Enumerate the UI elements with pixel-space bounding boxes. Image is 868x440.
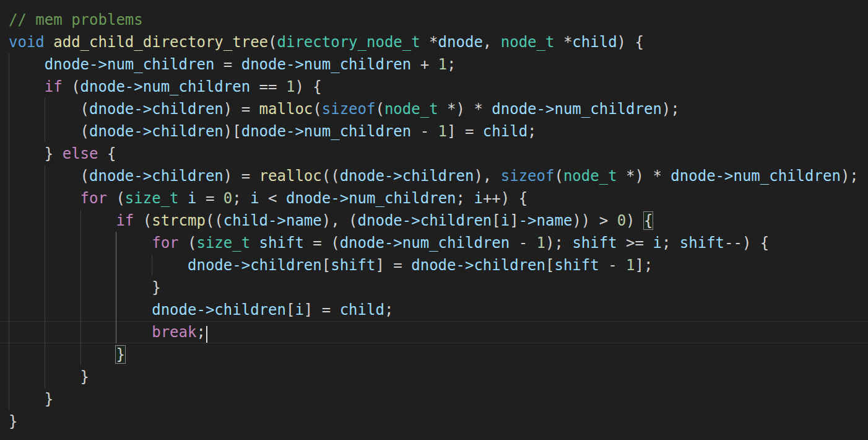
code-token: child: [572, 33, 617, 51]
bracket-match-highlight: }: [116, 346, 124, 363]
indent-guide: [9, 143, 9, 165]
indent-guide: [45, 187, 45, 209]
code-token: dnode->children: [89, 100, 224, 118]
code-token: +: [411, 56, 438, 73]
code-token: dnode->children: [89, 123, 224, 140]
indent-guide: [9, 98, 9, 120]
code-token: (: [268, 33, 277, 51]
code-line-18[interactable]: }: [0, 388, 868, 410]
code-line-17[interactable]: }: [0, 366, 868, 388]
code-token: child->name: [224, 212, 322, 229]
code-token: )[: [224, 123, 241, 140]
code-token: ,: [483, 33, 501, 51]
code-token: *: [554, 33, 572, 51]
code-token: (: [313, 100, 321, 118]
code-token: dnode->children: [152, 301, 286, 319]
indent-guide: [9, 232, 9, 254]
code-token: {: [98, 145, 116, 162]
indent-guide: [9, 388, 9, 410]
code-token: = (: [304, 234, 340, 252]
code-line-7[interactable]: } else {: [0, 143, 868, 165]
text-cursor: [206, 326, 208, 343]
code-token: (: [9, 167, 89, 185]
indent-guide: [80, 209, 81, 232]
bracket-match-highlight: {: [644, 212, 653, 229]
code-token: strcmp: [152, 212, 206, 229]
code-token: child: [340, 301, 384, 319]
code-token: =: [196, 190, 223, 207]
code-token: --) {: [724, 234, 769, 252]
code-token: [9, 257, 188, 274]
indent-guide: [9, 321, 9, 343]
code-line-1[interactable]: // mem problems: [0, 9, 868, 31]
code-token: dnode->num_children: [671, 167, 841, 185]
indent-guide: [45, 343, 45, 366]
code-token: i: [188, 190, 196, 207]
indent-guide: [80, 254, 81, 276]
code-token: if: [116, 212, 134, 229]
indent-guide-active: [116, 254, 116, 276]
code-token: ;: [384, 301, 393, 319]
code-token: directory_node_t: [277, 33, 420, 51]
indent-guide: [9, 187, 9, 209]
code-token: node_t: [563, 167, 617, 185]
code-token: i: [295, 301, 303, 319]
code-token: [: [545, 257, 554, 274]
code-token: dnode->num_children: [492, 100, 662, 118]
code-token: shift: [680, 234, 724, 252]
indent-guide: [45, 232, 45, 254]
code-line-12[interactable]: dnode->children[shift] = dnode->children…: [0, 254, 868, 276]
code-line-6[interactable]: (dnode->children)[dnode->num_children - …: [0, 120, 868, 143]
indent-guide: [80, 343, 81, 366]
code-line-2[interactable]: void add_child_directory_tree(directory_…: [0, 31, 868, 53]
code-token: size_t: [125, 190, 179, 207]
code-token: ), (: [322, 212, 358, 229]
code-token: ) =: [224, 167, 259, 185]
indent-guide: [45, 299, 45, 321]
code-token: }: [9, 368, 89, 385]
code-token: [9, 56, 45, 73]
code-token: (: [107, 190, 125, 207]
code-token: ;: [662, 234, 680, 252]
code-token: ;: [232, 190, 250, 207]
code-token: }: [9, 413, 17, 430]
code-token: ->name: [519, 212, 573, 229]
code-token: dnode->children: [411, 257, 545, 274]
code-token: sizeof: [501, 167, 555, 185]
code-line-8[interactable]: (dnode->children) = realloc((dnode->chil…: [0, 165, 868, 187]
code-line-9[interactable]: for (size_t i = 0; i < dnode->num_childr…: [0, 187, 868, 209]
code-token: <: [259, 190, 286, 207]
code-line-19[interactable]: }: [0, 410, 868, 433]
code-line-4[interactable]: if (dnode->num_children == 1) {: [0, 76, 868, 98]
code-token: }: [9, 390, 53, 408]
code-line-14[interactable]: dnode->children[i] = child;: [0, 299, 868, 321]
indent-guide: [45, 120, 45, 143]
code-token: =: [214, 56, 241, 73]
code-token: break: [152, 323, 196, 341]
code-token: >=: [617, 234, 653, 252]
code-line-13[interactable]: }: [0, 276, 868, 299]
code-line-16[interactable]: }: [0, 343, 868, 366]
indent-guide: [9, 276, 9, 299]
code-line-15[interactable]: break;: [0, 321, 868, 343]
code-token: dnode->children: [89, 167, 224, 185]
code-token: realloc: [259, 167, 322, 185]
code-line-3[interactable]: dnode->num_children = dnode->num_childre…: [0, 53, 868, 76]
code-token: 1: [438, 123, 447, 140]
indent-guide: [9, 165, 9, 187]
code-token: (: [375, 100, 384, 118]
code-editor[interactable]: // mem problemsvoid add_child_directory_…: [0, 0, 868, 440]
code-token: ): [626, 212, 644, 229]
code-area[interactable]: // mem problemsvoid add_child_directory_…: [0, 9, 868, 433]
code-token: ) {: [295, 78, 321, 95]
code-token: ==: [250, 78, 286, 95]
code-line-10[interactable]: if (strcmp((child->name), (dnode->childr…: [0, 209, 868, 232]
code-token: );: [841, 167, 859, 185]
indent-guide: [45, 98, 45, 120]
code-line-11[interactable]: for (size_t shift = (dnode->num_children…: [0, 232, 868, 254]
code-line-5[interactable]: (dnode->children) = malloc(sizeof(node_t…: [0, 98, 868, 120]
code-token: for: [152, 234, 178, 252]
code-token: i: [653, 234, 661, 252]
code-token: shift: [572, 234, 617, 252]
code-token: for: [80, 190, 107, 207]
